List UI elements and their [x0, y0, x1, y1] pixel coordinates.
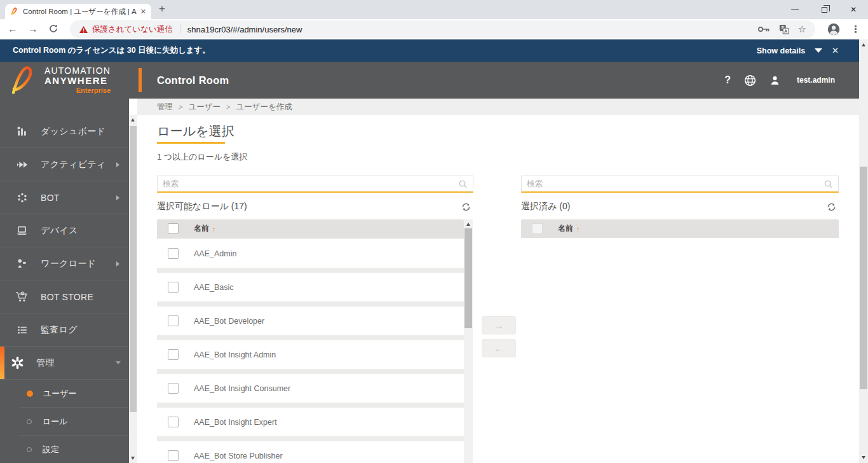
role-checkbox[interactable] — [168, 450, 179, 461]
scrollbar-thumb[interactable] — [130, 126, 137, 412]
browser-tab[interactable]: Control Room | ユーザーを作成 | Au ✕ — [5, 4, 151, 19]
bot-icon — [15, 192, 29, 204]
active-bullet-icon — [27, 390, 33, 397]
minimize-button[interactable]: — — [780, 0, 810, 19]
back-button[interactable]: ← — [8, 24, 18, 34]
available-search-input[interactable] — [163, 179, 458, 188]
role-row[interactable]: AAE_Bot Insight Consumer — [157, 374, 464, 403]
scroll-down-arrow-icon[interactable] — [131, 457, 135, 460]
show-details-caret-icon[interactable] — [815, 48, 822, 53]
scroll-up-arrow-icon[interactable] — [862, 43, 865, 46]
password-key-icon[interactable] — [757, 25, 770, 33]
address-bar[interactable]: 保護されていない通信 shna19cr03/#/admin/users/new … — [70, 20, 815, 38]
role-row[interactable]: AAE_Basic — [157, 273, 464, 301]
refresh-icon[interactable] — [827, 202, 836, 212]
page-scrollbar[interactable] — [859, 39, 868, 463]
sidebar-subitem-roles[interactable]: ロール — [0, 408, 129, 436]
url-divider — [180, 24, 180, 34]
role-row[interactable]: AAE_Bot Developer — [157, 307, 464, 335]
column-header-name[interactable]: 名前 — [194, 223, 209, 234]
sidebar-subitem-users[interactable]: ユーザー — [0, 380, 129, 408]
scrollbar-thumb[interactable] — [860, 167, 867, 389]
logo-line1: AUTOMATION — [44, 66, 111, 76]
select-all-checkbox[interactable] — [168, 223, 179, 234]
not-secure-warning-icon — [79, 25, 88, 34]
sidebar-item-admin[interactable]: 管理 — [0, 347, 129, 380]
chevron-down-icon — [116, 361, 121, 364]
restore-button[interactable] — [810, 0, 839, 19]
reload-button[interactable] — [48, 24, 58, 36]
role-row[interactable]: AAE_Bot Insight Admin — [157, 340, 464, 369]
new-tab-button[interactable]: + — [159, 3, 165, 15]
chevron-right-icon — [116, 195, 119, 200]
role-row[interactable]: AAE_Admin — [157, 239, 464, 268]
column-header-name[interactable]: 名前 — [558, 223, 573, 234]
audit-log-icon — [15, 324, 29, 336]
selected-search-box[interactable] — [521, 176, 839, 193]
scrollbar-thumb[interactable] — [465, 228, 472, 328]
selected-panel-header: 選択済み (0) — [521, 199, 839, 214]
sidebar-item-workload[interactable]: ワークロード — [0, 247, 129, 280]
move-left-button[interactable]: ← — [482, 339, 516, 357]
help-icon[interactable]: ? — [724, 74, 731, 86]
scroll-down-arrow-icon[interactable] — [862, 456, 865, 459]
scroll-up-arrow-icon[interactable] — [466, 223, 470, 226]
sidebar-nav: ダッシュボード アクティビティ BOT — [0, 115, 129, 463]
close-window-button[interactable]: ✕ — [839, 0, 868, 19]
breadcrumb: 管理 > ユーザー > ユーザーを作成 — [137, 99, 868, 115]
sort-ascending-icon[interactable]: ↑ — [576, 225, 580, 233]
breadcrumb-item-users[interactable]: ユーザー — [188, 102, 220, 113]
role-row[interactable]: AAE_Bot Store Publisher — [157, 441, 464, 463]
active-item-accent-bar — [0, 347, 4, 379]
banner-close-icon[interactable]: ✕ — [832, 46, 839, 55]
sidebar-subitem-settings[interactable]: 設定 — [0, 436, 129, 463]
translate-icon[interactable] — [779, 24, 789, 34]
sidebar-item-activity[interactable]: アクティビティ — [0, 148, 129, 181]
window-controls: — ✕ — [780, 0, 868, 19]
page-subtitle: 1 つ以上のロールを選択 — [157, 151, 247, 163]
license-banner: Control Room のライセンスは 30 日後に失効します。 Show d… — [0, 39, 868, 62]
show-details-link[interactable]: Show details — [757, 46, 805, 55]
reload-icon — [48, 24, 58, 34]
header-accent-bar — [139, 68, 142, 92]
breadcrumb-item-admin[interactable]: 管理 — [157, 102, 173, 113]
search-icon — [458, 179, 468, 189]
sidebar-item-bot-store[interactable]: BOT STORE — [0, 280, 129, 314]
select-all-checkbox-disabled — [532, 223, 543, 234]
sidebar-item-bot[interactable]: BOT — [0, 181, 129, 214]
available-list-scrollbar[interactable] — [464, 219, 473, 463]
role-row[interactable]: AAE_Bot Insight Expert — [157, 408, 464, 436]
bookmark-star-icon[interactable]: ☆ — [798, 24, 806, 35]
selected-search-input[interactable] — [527, 179, 824, 188]
role-checkbox[interactable] — [168, 282, 179, 293]
username-label[interactable]: test.admin — [797, 76, 835, 85]
role-checkbox[interactable] — [168, 248, 179, 259]
role-checkbox[interactable] — [168, 315, 179, 326]
sidebar-item-audit-log[interactable]: 監査ログ — [0, 314, 129, 347]
role-checkbox[interactable] — [168, 349, 179, 360]
refresh-icon[interactable] — [461, 202, 471, 212]
globe-icon[interactable] — [744, 74, 756, 86]
sidebar-scroll-spacer — [129, 99, 137, 115]
scroll-up-arrow-icon[interactable] — [131, 118, 135, 121]
forward-button[interactable]: → — [28, 24, 38, 34]
move-right-button[interactable]: → — [482, 316, 516, 335]
search-icon — [824, 179, 833, 189]
browser-menu-icon[interactable]: ⋮ — [851, 24, 860, 35]
title-underline — [157, 142, 225, 144]
url-text[interactable]: shna19cr03/#/admin/users/new — [187, 25, 749, 34]
profile-avatar[interactable] — [827, 22, 841, 36]
sidebar-item-devices[interactable]: デバイス — [0, 214, 129, 247]
available-search-box[interactable] — [157, 176, 473, 193]
sort-ascending-icon[interactable]: ↑ — [212, 225, 216, 233]
sidebar-top-spacer — [0, 99, 129, 115]
app-header: AUTOMATION ANYWHERE Enterprise Control R… — [0, 62, 868, 99]
app-title: Control Room — [157, 74, 229, 86]
role-checkbox[interactable] — [168, 417, 179, 427]
sidebar-item-dashboard[interactable]: ダッシュボード — [0, 115, 129, 148]
sidebar-scrollbar[interactable] — [129, 115, 137, 463]
tab-close-icon[interactable]: ✕ — [140, 8, 146, 16]
user-icon[interactable] — [770, 75, 780, 86]
role-checkbox[interactable] — [168, 383, 179, 394]
automation-anywhere-logo: AUTOMATION ANYWHERE Enterprise — [0, 62, 139, 99]
